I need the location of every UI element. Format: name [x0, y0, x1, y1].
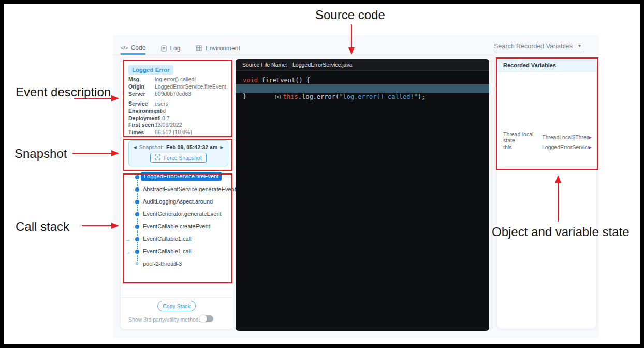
tab-environment-label: Environment — [205, 45, 240, 52]
stack-frame-label: EventGenerator.generateEvent — [143, 211, 222, 217]
variable-row-thread-local[interactable]: Thread-local state ThreadLocal$ThreadL..… — [497, 133, 596, 142]
expand-arrow-icon[interactable]: ▶ — [589, 135, 592, 140]
grid-icon — [196, 45, 202, 51]
event-row-label: Msg — [128, 76, 155, 82]
event-type-badge: Logged Error — [128, 65, 173, 75]
annotation-event-description: Event description — [16, 84, 119, 100]
annotation-object-state: Object and variable state — [492, 224, 630, 240]
stack-dot-icon — [135, 200, 139, 204]
recorded-variables-header: Recorded Variables — [497, 59, 596, 72]
stack-frame-label: AbstractEventService.generateEvent — [143, 186, 236, 192]
stack-dot-icon — [135, 225, 139, 229]
screenshot-frame: </> Code Log Environment Search Recorded… — [0, 0, 644, 348]
variable-row-this[interactable]: this LoggedErrorService ▶ — [497, 142, 596, 152]
snapshot-label: Snapshot: — [139, 144, 164, 150]
copy-stack-button[interactable]: Copy Stack — [157, 301, 196, 311]
snapshot-gutter-icon[interactable] — [238, 85, 281, 110]
snapshot-nav-line: ◀ Snapshot: Feb 09, 05:42:32 am ▶ — [129, 144, 228, 150]
search-recorded-variables-select[interactable]: Search Recorded Variables ▾ — [494, 42, 582, 52]
variable-type: LoggedErrorService — [542, 144, 589, 150]
stack-frame-current[interactable]: LoggedErrorService.fireEvent — [124, 173, 231, 182]
code-editor: Source File Name: LoggedErrorService.jav… — [236, 59, 489, 331]
event-row-label: Times — [128, 129, 155, 135]
stack-frame[interactable]: → EventCallable1.call — [124, 235, 231, 244]
stack-pointer-arrow-icon: → — [125, 236, 131, 243]
event-service-rows: Service users Environment prod Deploymen… — [128, 100, 229, 122]
source-file-label: Source File Name: — [242, 62, 287, 68]
thread-dot-icon — [136, 262, 138, 265]
annotation-call-stack: Call stack — [16, 219, 69, 235]
stack-frame-label: EventCallable1.call — [143, 236, 192, 242]
force-snapshot-label: Force Snapshot — [163, 155, 201, 161]
tab-code[interactable]: </> Code — [121, 41, 145, 55]
stack-frame-thread[interactable]: pool-2-thread-3 — [124, 260, 231, 269]
annotation-source-code: Source code — [315, 7, 385, 23]
source-file-header: Source File Name: LoggedErrorService.jav… — [236, 59, 489, 71]
event-stats-rows: First seen 13/09/2022 Times 86,512 (18.8… — [128, 121, 229, 136]
stack-frame-label: EventCallable.createEvent — [143, 223, 210, 229]
stack-frame-label: pool-2-thread-3 — [143, 260, 182, 267]
variable-type: ThreadLocal$ThreadL... — [542, 134, 589, 140]
event-row-value: LoggedErrorService.fireEvent — [155, 83, 226, 90]
show-3rd-party-toggle[interactable] — [200, 315, 213, 322]
show-3rd-party-label: Show 3rd party/utility methods — [128, 316, 201, 323]
search-recorded-variables-label: Search Recorded Variables — [494, 42, 573, 50]
event-row-label: Service — [128, 100, 155, 107]
stack-pointer-arrow-icon: → — [125, 248, 131, 255]
event-row-label: First seen — [128, 122, 155, 128]
next-snapshot-icon[interactable]: ▶ — [220, 145, 223, 150]
code-line-2-highlighted[interactable]: this.log.error("log.error() called!"); — [236, 84, 489, 93]
event-row-server: Server b09d0b70ed63 — [128, 90, 229, 97]
stack-frame-label: AuditLoggingAspect.around — [143, 198, 213, 205]
event-row-label: Environment — [128, 108, 155, 114]
event-row-times: Times 86,512 (18.8%) — [128, 128, 229, 136]
stack-frame[interactable]: AbstractEventService.generateEvent — [124, 185, 231, 194]
tab-log-label: Log — [170, 45, 180, 52]
source-file-name: LoggedErrorService.java — [292, 62, 353, 68]
prev-snapshot-icon[interactable]: ◀ — [134, 145, 137, 150]
code-line-1: void fireEvent() { — [236, 77, 489, 84]
variable-name: Thread-local state — [503, 131, 542, 143]
stack-frame-label: EventCallable1.call — [143, 248, 192, 254]
event-row-deployment: Deployment v5.0.7 — [128, 114, 229, 122]
event-row-value: users — [155, 100, 168, 107]
event-row-first-seen: First seen 13/09/2022 — [128, 121, 229, 128]
recorded-variables-panel: Recorded Variables Thread-local state Th… — [497, 59, 596, 329]
expand-arrow-icon[interactable]: ▶ — [589, 145, 592, 150]
stack-frame[interactable]: EventCallable.createEvent — [124, 223, 231, 231]
stack-dot-icon — [135, 187, 139, 192]
event-row-value: 13/09/2022 — [155, 122, 182, 128]
event-row-value: 86,512 (18.8%) — [155, 129, 192, 135]
stack-frame[interactable]: → EventCallable1.call — [124, 248, 231, 256]
code-icon: </> — [121, 45, 128, 51]
stack-dot-icon — [135, 212, 139, 216]
annotation-snapshot: Snapshot — [14, 146, 67, 162]
event-row-environment: Environment prod — [128, 107, 229, 114]
stack-frame[interactable]: EventGenerator.generateEvent — [124, 210, 231, 219]
event-row-value: b09d0b70ed63 — [155, 91, 191, 97]
stack-dot-icon — [135, 175, 139, 179]
variable-name: this — [503, 144, 542, 150]
stack-frame[interactable]: AuditLoggingAspect.around — [124, 198, 231, 207]
chevron-down-icon: ▾ — [578, 42, 581, 48]
tab-log[interactable]: Log — [161, 41, 180, 55]
event-row-origin: Origin LoggedErrorService.fireEvent — [128, 83, 229, 90]
event-row-msg: Msg log.error() called! — [128, 76, 229, 83]
document-icon — [161, 45, 167, 52]
tab-code-label: Code — [131, 44, 146, 51]
event-identity-rows: Msg log.error() called! Origin LoggedErr… — [128, 76, 229, 97]
call-stack: LoggedErrorService.fireEvent AbstractEve… — [124, 173, 231, 273]
toggle-knob — [199, 315, 207, 323]
snapshot-timestamp: Feb 09, 05:42:32 am — [166, 144, 217, 150]
event-row-label: Deployment — [128, 115, 155, 121]
event-row-value: v5.0.7 — [155, 115, 170, 121]
event-row-label: Origin — [128, 83, 155, 90]
tab-environment[interactable]: Environment — [196, 41, 240, 55]
force-snapshot-button[interactable]: Force Snapshot — [150, 153, 206, 163]
stack-dot-icon — [135, 250, 139, 254]
snapshot-navigator: ◀ Snapshot: Feb 09, 05:42:32 am ▶ Force … — [128, 140, 228, 166]
panel-divider — [121, 297, 232, 298]
source-code-area: void fireEvent() { this.log.error("log.e… — [236, 71, 489, 100]
stack-frame-label: LoggedErrorService.fireEvent — [141, 172, 222, 181]
force-snapshot-icon — [155, 154, 160, 161]
